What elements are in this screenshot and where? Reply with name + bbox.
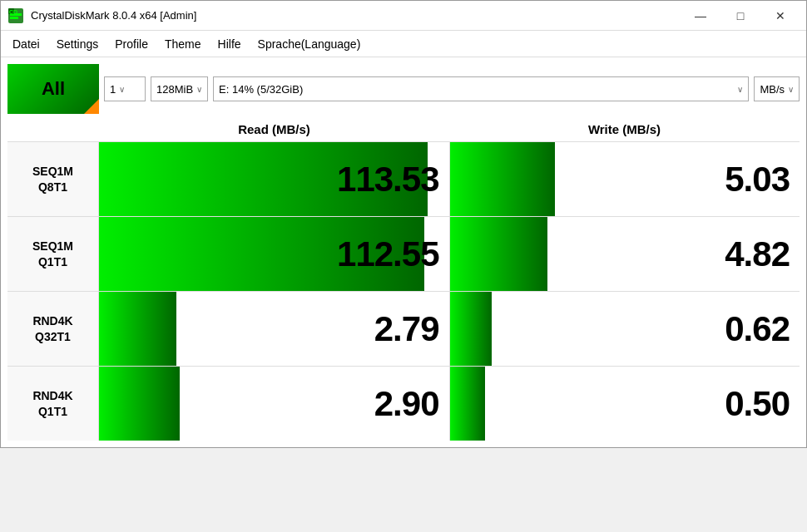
- menu-item-datei[interactable]: Datei: [4, 34, 48, 54]
- size-dropdown-arrow: ∨: [196, 85, 202, 94]
- read-cell: 113.53: [99, 142, 450, 216]
- drive-dropdown-arrow: ∨: [737, 85, 743, 94]
- main-content: All 1 ∨ 128MiB ∨ E: 14% (5/32GiB) ∨ MB/s…: [1, 57, 806, 447]
- write-cell: 0.62: [450, 292, 800, 366]
- title-bar-left: CD CrystalDiskMark 8.0.4 x64 [Admin]: [7, 7, 196, 24]
- menu-bar: DateiSettingsProfileThemeHilfeSprache(La…: [1, 31, 806, 57]
- read-value: 2.90: [99, 384, 449, 424]
- svg-text:CD: CD: [9, 9, 17, 15]
- count-dropdown[interactable]: 1 ∨: [104, 76, 146, 101]
- all-button[interactable]: All: [7, 64, 99, 114]
- menu-item-settings[interactable]: Settings: [48, 34, 107, 54]
- write-cell: 4.82: [450, 217, 800, 291]
- read-value: 2.79: [99, 309, 449, 349]
- svg-rect-2: [10, 17, 18, 19]
- table-row: RND4KQ32T1 2.79 0.62: [7, 291, 800, 366]
- row-label: SEQ1MQ8T1: [7, 142, 99, 216]
- unit-dropdown[interactable]: MB/s ∨: [754, 76, 800, 101]
- controls-row: All 1 ∨ 128MiB ∨ E: 14% (5/32GiB) ∨ MB/s…: [7, 64, 800, 114]
- minimize-button[interactable]: —: [681, 3, 720, 28]
- data-rows-container: SEQ1MQ8T1 113.53 5.03 SEQ1MQ1T1 112.55 4…: [7, 141, 800, 441]
- table-row: RND4KQ1T1 2.90 0.50: [7, 366, 800, 441]
- window-title: CrystalDiskMark 8.0.4 x64 [Admin]: [31, 9, 196, 22]
- menu-item-theme[interactable]: Theme: [156, 34, 210, 54]
- read-value: 113.53: [99, 160, 449, 200]
- read-header: Read (MB/s): [99, 119, 449, 140]
- size-dropdown[interactable]: 128MiB ∨: [151, 76, 208, 101]
- app-window: CD CrystalDiskMark 8.0.4 x64 [Admin] — □…: [0, 0, 807, 448]
- unit-dropdown-arrow: ∨: [788, 85, 794, 94]
- menu-item-sprache-language-[interactable]: Sprache(Language): [250, 34, 369, 54]
- column-headers: Read (MB/s) Write (MB/s): [7, 119, 800, 140]
- table-row: SEQ1MQ1T1 112.55 4.82: [7, 216, 800, 291]
- menu-item-hilfe[interactable]: Hilfe: [210, 34, 250, 54]
- table-row: SEQ1MQ8T1 113.53 5.03: [7, 141, 800, 216]
- write-cell: 5.03: [450, 142, 800, 216]
- read-value: 112.55: [99, 234, 449, 274]
- read-cell: 2.90: [99, 367, 450, 441]
- read-cell: 2.79: [99, 292, 450, 366]
- row-label: RND4KQ32T1: [7, 292, 99, 366]
- count-dropdown-arrow: ∨: [119, 85, 125, 94]
- drive-dropdown[interactable]: E: 14% (5/32GiB) ∨: [213, 76, 749, 101]
- label-col-header: [7, 119, 99, 140]
- write-value: 5.03: [450, 160, 800, 200]
- write-cell: 0.50: [450, 367, 800, 441]
- row-label: RND4KQ1T1: [7, 367, 99, 441]
- title-bar: CD CrystalDiskMark 8.0.4 x64 [Admin] — □…: [1, 1, 806, 31]
- write-value: 0.62: [450, 309, 800, 349]
- title-bar-controls: — □ ✕: [681, 3, 800, 28]
- row-label: SEQ1MQ1T1: [7, 217, 99, 291]
- app-icon: CD: [7, 7, 24, 24]
- menu-item-profile[interactable]: Profile: [106, 34, 156, 54]
- read-cell: 112.55: [99, 217, 450, 291]
- maximize-button[interactable]: □: [721, 3, 760, 28]
- write-header: Write (MB/s): [449, 119, 800, 140]
- write-value: 4.82: [450, 234, 800, 274]
- write-value: 0.50: [450, 384, 800, 424]
- close-button[interactable]: ✕: [761, 3, 800, 28]
